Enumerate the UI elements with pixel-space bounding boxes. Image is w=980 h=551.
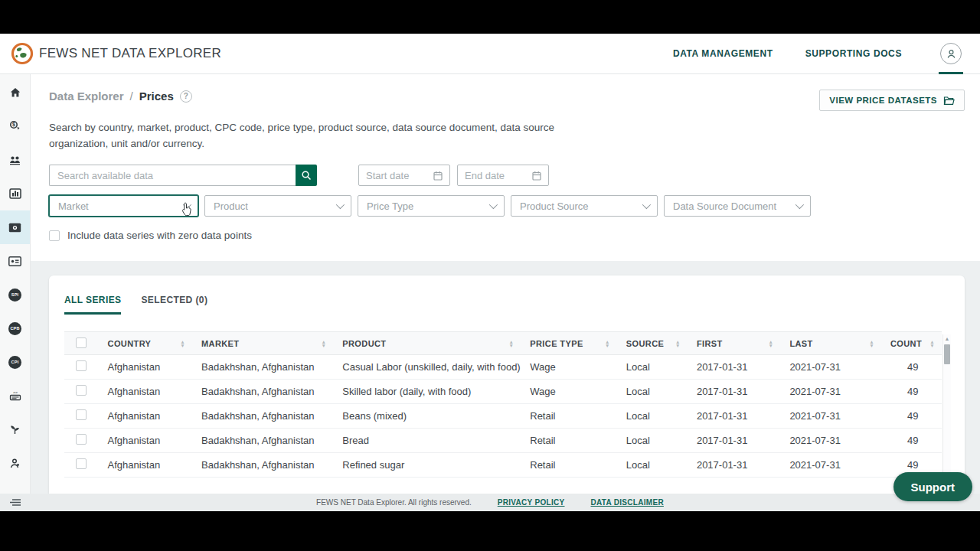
sort-icon[interactable]: ▲▼ (321, 339, 326, 347)
sort-icon[interactable]: ▲▼ (929, 339, 935, 347)
cpb-badge-icon: CPB (8, 322, 21, 335)
search-button[interactable] (296, 165, 317, 186)
filter-placeholder: Market (58, 201, 89, 212)
cell-last: 2021-07-31 (780, 355, 881, 380)
column-header-market[interactable]: MARKET▲▼ (192, 332, 333, 355)
privacy-policy-link[interactable]: PRIVACY POLICY (498, 498, 565, 507)
copyright-text: FEWS NET Data Explorer. All rights reser… (316, 498, 472, 507)
cell-price_type: Retail (521, 404, 617, 429)
filter-product-source[interactable]: Product Source (511, 195, 658, 217)
table-row[interactable]: AfghanistanBadakhshan, AfghanistanCasual… (64, 355, 942, 380)
table-row[interactable]: AfghanistanBadakhshan, AfghanistanSkille… (64, 380, 942, 404)
zero-data-checkbox-label: Include data series with zero data point… (67, 230, 252, 241)
row-checkbox[interactable] (76, 458, 87, 469)
tab-selected[interactable]: SELECTED (0) (141, 295, 207, 315)
cpi-badge-icon: CPI (8, 356, 21, 369)
data-disclaimer-link[interactable]: DATA DISCLAIMER (591, 498, 664, 507)
sidebar-item-charts[interactable] (0, 177, 30, 210)
sidebar-item-currency[interactable]: $ (0, 109, 30, 143)
filter-market[interactable]: Market (49, 195, 198, 217)
sidebar-item-population[interactable] (0, 143, 30, 177)
filter-placeholder: Product Source (520, 201, 589, 212)
sort-icon[interactable]: ▲▼ (180, 339, 185, 347)
filter-price-type[interactable]: Price Type (358, 195, 505, 217)
results-section: ALL SERIES SELECTED (0) COUNTRY▲▼MARKET▲… (31, 261, 980, 511)
cell-product: Skilled labor (daily, with food) (333, 380, 521, 404)
table-row[interactable]: AfghanistanBadakhshan, AfghanistanBeans … (64, 404, 942, 429)
cell-country: Afghanistan (99, 429, 192, 453)
collapse-sidebar-button[interactable] (9, 497, 21, 510)
row-checkbox[interactable] (76, 434, 87, 445)
end-date-input[interactable]: End date (457, 165, 549, 186)
tab-all-series[interactable]: ALL SERIES (64, 295, 121, 315)
user-avatar-button[interactable] (940, 43, 962, 64)
help-icon[interactable]: ? (180, 90, 192, 103)
search-input[interactable] (49, 165, 296, 186)
sidebar-item-datasets[interactable] (0, 244, 30, 278)
cell-first: 2017-01-31 (688, 404, 780, 429)
sidebar: $ (0, 74, 31, 494)
column-header-first[interactable]: FIRST▲▼ (688, 332, 780, 355)
filter-placeholder: Product (214, 201, 248, 212)
row-checkbox[interactable] (76, 360, 87, 371)
sidebar-item-home[interactable] (0, 76, 30, 109)
column-header-count[interactable]: COUNT▲▼ (881, 332, 942, 355)
sidebar-item-crops[interactable] (0, 412, 30, 446)
column-header-last[interactable]: LAST▲▼ (780, 332, 881, 355)
calendar-icon (532, 171, 541, 181)
cell-first: 2017-01-31 (688, 380, 780, 404)
zero-data-checkbox-row[interactable]: Include data series with zero data point… (49, 230, 252, 241)
support-button[interactable]: Support (893, 472, 973, 501)
row-checkbox[interactable] (76, 409, 87, 420)
spi-badge-icon: SPI (8, 289, 21, 302)
column-header-price_type[interactable]: PRICE TYPE▲▼ (521, 332, 617, 355)
cell-source: Local (617, 404, 688, 429)
currency-pin-icon: $ (9, 120, 21, 132)
series-tabs: ALL SERIES SELECTED (0) (49, 276, 965, 315)
sort-icon[interactable]: ▲▼ (769, 339, 774, 347)
table-row[interactable]: AfghanistanBadakhshan, AfghanistanBreadR… (64, 429, 942, 453)
row-checkbox[interactable] (76, 385, 87, 396)
select-all-checkbox[interactable] (76, 337, 87, 348)
chevron-down-icon (489, 201, 498, 209)
breadcrumb-separator: / (130, 90, 133, 103)
filter-product[interactable]: Product (204, 195, 351, 217)
column-label: MARKET (201, 339, 239, 348)
cell-market: Badakhshan, Afghanistan (192, 380, 333, 404)
cell-first: 2017-01-31 (688, 453, 780, 478)
column-label: COUNT (890, 339, 922, 348)
sidebar-item-account[interactable] (0, 446, 30, 480)
scrollbar-up-arrow[interactable]: ▲ (943, 334, 951, 341)
brand[interactable]: FEWS NET DATA EXPLORER (11, 42, 221, 65)
column-header-product[interactable]: PRODUCT▲▼ (333, 332, 521, 355)
breadcrumb-data-explorer[interactable]: Data Explorer (49, 90, 124, 103)
column-label: FIRST (697, 339, 723, 348)
nav-supporting-docs[interactable]: SUPPORTING DOCS (805, 48, 902, 59)
nav-data-management[interactable]: DATA MANAGEMENT (673, 48, 773, 59)
filter-placeholder: Price Type (367, 201, 413, 212)
table-row[interactable]: AfghanistanBadakhshan, AfghanistanRefine… (64, 453, 942, 478)
cell-market: Badakhshan, Afghanistan (192, 355, 333, 380)
sort-icon[interactable]: ▲▼ (508, 339, 514, 347)
open-folder-icon (943, 96, 955, 106)
sidebar-item-prices[interactable] (0, 210, 30, 244)
view-price-datasets-button[interactable]: VIEW PRICE DATASETS (819, 90, 965, 111)
sort-icon[interactable]: ▲▼ (869, 339, 874, 347)
sidebar-item-exchange[interactable]: ≈≈ (0, 379, 30, 412)
sidebar-item-cpb[interactable]: CPB (0, 311, 30, 345)
results-card: ALL SERIES SELECTED (0) COUNTRY▲▼MARKET▲… (49, 276, 965, 494)
zero-data-checkbox[interactable] (49, 230, 60, 241)
table-scrollbar[interactable]: ▲ (942, 334, 951, 478)
start-date-input[interactable]: Start date (358, 165, 450, 186)
seedling-icon (9, 424, 21, 435)
sidebar-item-spi[interactable]: SPI (0, 278, 30, 311)
sort-icon[interactable]: ▲▼ (675, 339, 681, 347)
sort-icon[interactable]: ▲▼ (605, 339, 610, 347)
filter-data-source-document[interactable]: Data Source Document (664, 195, 811, 217)
column-header-country[interactable]: COUNTRY▲▼ (99, 332, 192, 355)
cell-country: Afghanistan (99, 404, 192, 429)
scrollbar-thumb[interactable] (944, 344, 950, 364)
column-header-source[interactable]: SOURCE▲▼ (617, 332, 688, 355)
app-footer: FEWS NET Data Explorer. All rights reser… (0, 494, 980, 511)
sidebar-item-cpi[interactable]: CPI (0, 345, 30, 379)
